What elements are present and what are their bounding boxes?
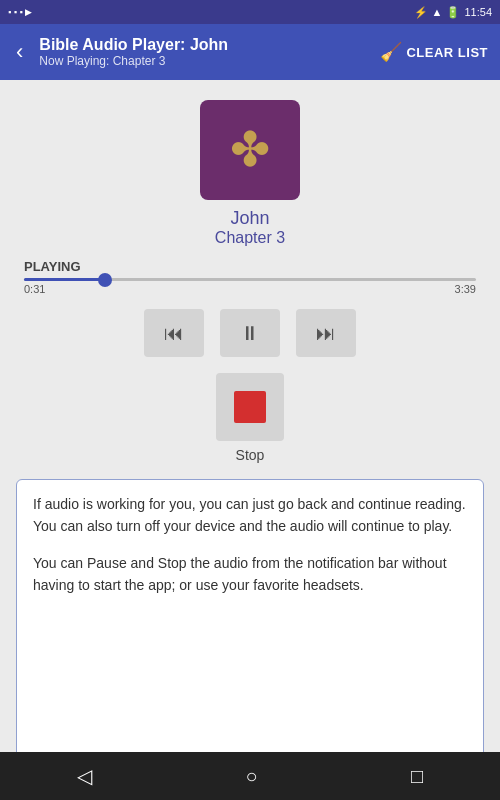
player-section: PLAYING 0:31 3:39 ⏮ ⏸ ⏭	[16, 259, 484, 479]
nav-back-button[interactable]: ◁	[53, 756, 116, 796]
wifi-icon: ▲	[432, 6, 443, 18]
album-art: ✤	[200, 100, 300, 200]
info-paragraph-1: If audio is working for you, you can jus…	[33, 494, 467, 537]
track-name: John	[230, 208, 269, 229]
stop-square-icon	[234, 391, 266, 423]
stop-button[interactable]	[216, 373, 284, 441]
progress-fill	[24, 278, 105, 281]
progress-thumb	[98, 273, 112, 287]
total-time: 3:39	[455, 283, 476, 295]
controls-row: ⏮ ⏸ ⏭	[24, 309, 476, 357]
clear-list-button[interactable]: 🧹 CLEAR LIST	[380, 41, 488, 63]
bluetooth-icon: ⚡	[414, 6, 428, 19]
nav-recent-button[interactable]: □	[387, 757, 447, 796]
notification-icons: ▪ ▪ ▪ ▶	[8, 7, 32, 17]
forward-button[interactable]: ⏭	[296, 309, 356, 357]
nav-back-icon: ◁	[77, 764, 92, 788]
battery-icon: 🔋	[446, 6, 460, 19]
nav-home-button[interactable]: ○	[221, 757, 281, 796]
app-bar-titles: Bible Audio Player: John Now Playing: Ch…	[39, 36, 380, 68]
main-content: ✤ John Chapter 3 PLAYING 0:31 3:39 ⏮ ⏸	[0, 80, 500, 799]
cross-icon: ✤	[230, 126, 270, 174]
progress-track	[24, 278, 476, 281]
time-row: 0:31 3:39	[24, 283, 476, 295]
back-button[interactable]: ‹	[12, 35, 27, 69]
playing-label: PLAYING	[24, 259, 476, 274]
rewind-button[interactable]: ⏮	[144, 309, 204, 357]
stop-container: Stop	[24, 373, 476, 463]
broom-icon: 🧹	[380, 41, 403, 63]
time-display: 11:54	[464, 6, 492, 18]
app-bar: ‹ Bible Audio Player: John Now Playing: …	[0, 24, 500, 80]
nav-recent-icon: □	[411, 765, 423, 788]
nav-bar: ◁ ○ □	[0, 752, 500, 800]
forward-icon: ⏭	[316, 322, 336, 345]
rewind-icon: ⏮	[164, 322, 184, 345]
pause-button[interactable]: ⏸	[220, 309, 280, 357]
current-time: 0:31	[24, 283, 45, 295]
progress-bar[interactable]	[24, 278, 476, 281]
stop-label: Stop	[236, 447, 265, 463]
info-box: If audio is working for you, you can jus…	[16, 479, 484, 779]
status-left: ▪ ▪ ▪ ▶	[8, 7, 32, 17]
info-paragraph-2: You can Pause and Stop the audio from th…	[33, 553, 467, 596]
status-right: ⚡ ▲ 🔋 11:54	[414, 6, 492, 19]
app-title: Bible Audio Player: John	[39, 36, 380, 54]
track-chapter: Chapter 3	[215, 229, 285, 247]
nav-home-icon: ○	[245, 765, 257, 788]
clear-list-label: CLEAR LIST	[406, 45, 488, 60]
app-subtitle: Now Playing: Chapter 3	[39, 54, 380, 68]
pause-icon: ⏸	[240, 322, 260, 345]
status-bar: ▪ ▪ ▪ ▶ ⚡ ▲ 🔋 11:54	[0, 0, 500, 24]
info-text: If audio is working for you, you can jus…	[33, 494, 467, 597]
